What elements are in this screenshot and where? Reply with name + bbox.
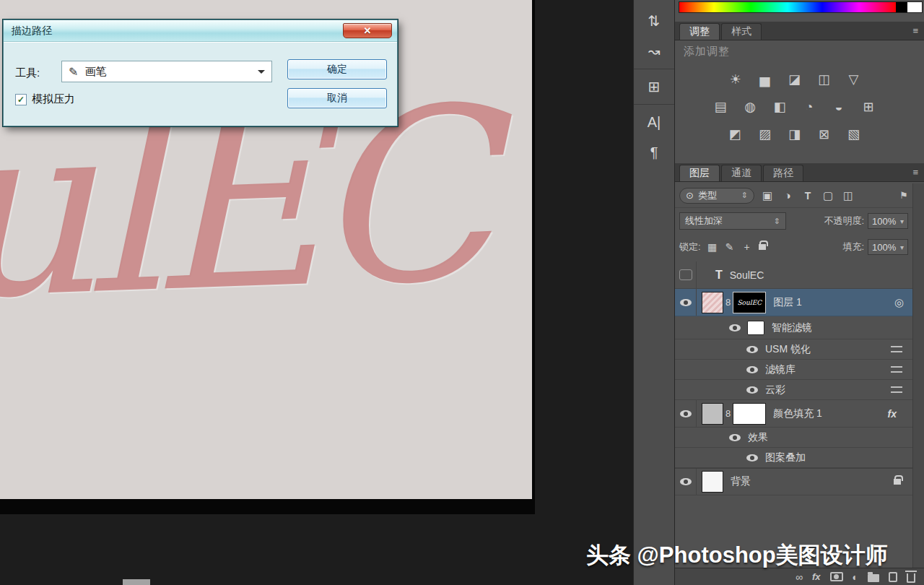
simulate-pressure-checkbox[interactable]: ✓ (15, 94, 27, 105)
lock-pixels-icon[interactable]: ✎ (724, 241, 736, 253)
curves-icon[interactable]: ◪ (785, 69, 805, 90)
visibility-cell[interactable] (675, 289, 697, 316)
simulate-pressure-option[interactable]: ✓ 模拟压力 (15, 92, 75, 106)
character-panel-icon[interactable]: A| (634, 107, 674, 137)
eye-icon[interactable] (729, 434, 741, 441)
eye-icon[interactable] (746, 346, 758, 353)
brightness-contrast-icon[interactable]: ☀ (725, 69, 746, 90)
fill-input[interactable]: 100% ▾ (868, 239, 908, 255)
tab-layers[interactable]: 图层 (679, 165, 720, 181)
layer-mask-thumbnail[interactable] (733, 403, 766, 425)
layer-name[interactable]: 背景 (731, 475, 751, 488)
cancel-button[interactable]: 取消 (287, 88, 387, 108)
smart-filter-mask-thumbnail[interactable] (747, 321, 764, 335)
layer-row-pattern-overlay[interactable]: 图案叠加 (675, 448, 912, 468)
color-spectrum-ramp[interactable] (679, 1, 923, 13)
filter-smart-objects-icon[interactable]: ◫ (841, 189, 855, 202)
close-button[interactable]: ✕ (343, 23, 392, 38)
smart-filters-label[interactable]: 智能滤镜 (772, 321, 812, 334)
tab-styles[interactable]: 样式 (721, 23, 762, 40)
eye-icon[interactable] (746, 366, 758, 373)
layer-row-clouds[interactable]: 云彩 (675, 380, 912, 400)
levels-icon[interactable]: ▅ (755, 69, 775, 90)
vibrance-icon[interactable]: ▽ (844, 69, 864, 90)
curve-panel-icon[interactable]: ↝ (634, 36, 674, 66)
layer-name[interactable]: 图层 1 (773, 296, 802, 309)
layer-row-usm-sharpen[interactable]: USM 锐化 (675, 339, 912, 360)
visibility-cell[interactable] (675, 261, 697, 288)
filter-name[interactable]: 云彩 (765, 384, 785, 396)
tool-select[interactable]: ✎ 画笔 (61, 61, 272, 82)
layer-row-effects[interactable]: 效果 (675, 428, 912, 448)
visibility-off-box[interactable] (679, 269, 692, 280)
new-layer-icon[interactable] (889, 572, 897, 582)
spectrum-white-swatch[interactable] (907, 2, 922, 12)
filter-name[interactable]: USM 锐化 (765, 343, 811, 356)
invert-icon[interactable]: ◩ (725, 124, 746, 144)
color-lookup-icon[interactable]: ⊞ (858, 97, 879, 117)
effects-label[interactable]: 效果 (748, 431, 768, 444)
add-layer-style-icon[interactable]: fx (812, 571, 821, 582)
filter-type-layers-icon[interactable]: T (801, 190, 815, 202)
filter-name[interactable]: 滤镜库 (765, 363, 796, 376)
filter-blend-options-icon[interactable] (891, 346, 902, 352)
layer-row-smart-filters[interactable]: 智能滤镜 (675, 316, 912, 339)
visibility-cell[interactable] (675, 400, 697, 427)
eye-icon[interactable] (746, 454, 758, 462)
filter-blend-options-icon[interactable] (891, 386, 902, 393)
panel-menu-icon[interactable]: ≡ (912, 25, 918, 36)
layer-row-background[interactable]: 背景 (675, 468, 912, 495)
filter-adjustment-layers-icon[interactable]: ◑ (780, 189, 795, 202)
ok-button[interactable]: 确定 (287, 59, 387, 79)
layer-name[interactable]: 颜色填充 1 (773, 407, 822, 420)
posterize-icon[interactable]: ▨ (755, 124, 775, 144)
spectrum-gradient[interactable] (679, 2, 896, 12)
layer-style-fx-icon[interactable]: fx (888, 408, 897, 420)
mask-link-icon[interactable]: 8 (725, 408, 731, 419)
delete-layer-icon[interactable] (907, 573, 915, 583)
photo-filter-icon[interactable]: ◔ (799, 97, 819, 117)
black-white-icon[interactable]: ◧ (770, 97, 790, 117)
link-layers-icon[interactable]: ∞ (796, 571, 803, 583)
layer-row-filter-gallery[interactable]: 滤镜库 (675, 360, 912, 380)
filter-shape-layers-icon[interactable]: ▢ (821, 189, 835, 202)
dialog-titlebar[interactable]: 描边路径 ✕ (4, 20, 397, 42)
layers-scrollbar[interactable] (912, 183, 924, 568)
lock-position-icon[interactable]: + (741, 241, 753, 253)
add-layer-mask-icon[interactable] (830, 572, 843, 581)
layer-row-color-fill[interactable]: 8 颜色填充 1 fx (675, 400, 912, 428)
opacity-input[interactable]: 100% ▾ (868, 213, 908, 229)
eye-icon[interactable] (746, 386, 758, 394)
lock-all-icon[interactable] (759, 244, 766, 250)
eye-icon[interactable] (680, 410, 692, 417)
tab-paths[interactable]: 路径 (763, 165, 803, 181)
lock-transparency-icon[interactable]: ▦ (707, 241, 718, 253)
filter-toggle-icon[interactable]: ⚑ (899, 190, 908, 201)
new-group-icon[interactable] (868, 574, 879, 582)
layer-thumbnail[interactable] (702, 292, 723, 313)
background-thumbnail[interactable] (702, 471, 723, 493)
filter-mask-thumbnail[interactable]: SoulEC (733, 292, 766, 313)
filter-blend-options-icon[interactable] (891, 366, 902, 373)
eye-icon[interactable] (680, 299, 692, 306)
channel-mixer-icon[interactable]: ◒ (829, 97, 849, 117)
paragraph-panel-icon[interactable]: ¶ (634, 137, 674, 168)
exposure-icon[interactable]: ◫ (814, 69, 834, 90)
filter-kind-select[interactable]: ⊙ 类型 ⇕ (679, 188, 754, 204)
threshold-icon[interactable]: ◨ (785, 124, 805, 144)
spectrum-black-swatch[interactable] (896, 2, 907, 12)
selective-color-icon[interactable]: ▧ (844, 124, 864, 144)
visibility-cell[interactable] (675, 469, 697, 495)
eye-icon[interactable] (729, 324, 741, 332)
panel-menu-icon[interactable]: ≡ (912, 167, 918, 178)
eye-icon[interactable] (680, 478, 692, 485)
hue-saturation-icon[interactable]: ▤ (710, 97, 731, 117)
color-balance-icon[interactable]: ◍ (740, 97, 760, 117)
pattern-overlay-label[interactable]: 图案叠加 (765, 451, 806, 464)
tab-adjustments[interactable]: 调整 (679, 23, 720, 40)
clone-source-panel-icon[interactable]: ⊞ (634, 72, 674, 102)
mask-link-icon[interactable]: 8 (725, 297, 731, 308)
fill-layer-thumbnail[interactable] (702, 403, 723, 425)
swap-arrows-panel-icon[interactable]: ⇅ (634, 6, 674, 36)
tab-channels[interactable]: 通道 (721, 165, 762, 181)
